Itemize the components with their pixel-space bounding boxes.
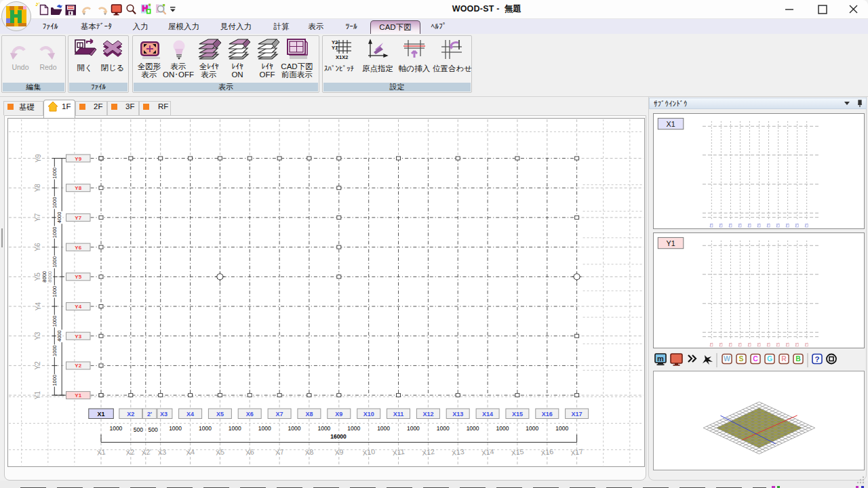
svg-text:Y9: Y9 [75,156,81,162]
svg-text:4000: 4000 [56,330,62,342]
svg-text:X16: X16 [540,447,554,458]
svg-text:X14: X14 [481,447,494,458]
svg-text:1000: 1000 [377,425,390,432]
svg-text:X12: X12 [422,411,433,418]
svg-text:X9: X9 [334,447,344,457]
svg-text:X17: X17 [570,447,584,458]
svg-text:m: m [657,354,664,363]
svg-text:1000: 1000 [317,425,330,432]
svg-text:Y2: Y2 [35,361,42,370]
svg-text:Y1: Y1 [75,392,81,399]
svg-text:X10: X10 [363,411,374,418]
svg-text:X8: X8 [305,411,313,418]
svg-text:S: S [738,354,743,363]
svg-text:1000: 1000 [496,425,509,432]
svg-text:X3: X3 [160,411,167,418]
svg-text:1000: 1000 [52,197,58,209]
svg-text:Y3: Y3 [75,333,81,340]
svg-text:X1: X1 [96,447,106,457]
svg-text:1000: 1000 [52,167,58,179]
svg-text:1000: 1000 [52,316,58,327]
svg-text:Y5: Y5 [75,274,81,280]
svg-text:2': 2' [147,411,152,418]
svg-text:Y8: Y8 [35,184,42,192]
svg-text:X6: X6 [245,447,255,457]
svg-text:X9: X9 [335,411,342,418]
svg-text:Y5: Y5 [35,272,42,281]
svg-text:X5: X5 [215,447,225,457]
svg-text:X5: X5 [216,411,224,418]
svg-text:500: 500 [149,426,158,433]
svg-text:Y3: Y3 [35,331,42,340]
svg-text:1000: 1000 [437,425,450,432]
svg-text:1000: 1000 [169,425,182,432]
svg-text:8000: 8000 [42,271,48,283]
svg-text:X16: X16 [542,411,553,418]
svg-text:1000: 1000 [52,286,58,298]
svg-text:1000: 1000 [199,425,212,432]
svg-text:B: B [795,354,801,363]
svg-text:Y6: Y6 [35,243,42,251]
svg-text:1000: 1000 [347,425,360,432]
svg-text:1000: 1000 [52,256,58,268]
svg-text:1000: 1000 [526,425,538,432]
svg-text:X4: X4 [186,411,194,418]
svg-text:X2': X2' [141,447,152,457]
svg-text:Y8: Y8 [75,185,81,191]
svg-text:1000: 1000 [555,425,568,432]
svg-text:Y9: Y9 [35,154,42,163]
svg-text:Y7: Y7 [75,215,81,221]
svg-text:X3: X3 [157,447,167,457]
svg-text:W: W [724,354,730,363]
svg-text:G: G [767,354,772,363]
svg-text:X11: X11 [393,411,404,418]
svg-text:Y1: Y1 [666,239,675,247]
svg-text:X2: X2 [127,411,134,418]
svg-text:1000: 1000 [52,345,58,357]
svg-text:1000: 1000 [109,425,122,432]
svg-text:1000: 1000 [52,226,58,238]
svg-text:X1X2: X1X2 [336,54,348,60]
svg-text:X13: X13 [451,447,465,458]
svg-text:4000: 4000 [56,212,62,224]
svg-text:16000: 16000 [330,433,347,440]
svg-text:Y6: Y6 [75,245,81,251]
svg-text:X1: X1 [97,411,104,418]
svg-text:1000: 1000 [407,425,420,432]
svg-text:X1: X1 [666,120,675,128]
svg-text:X6: X6 [246,411,254,418]
svg-text:Y4: Y4 [35,302,42,310]
svg-text:Y1: Y1 [35,391,42,400]
svg-text:1000: 1000 [52,375,58,386]
svg-text:X14: X14 [482,411,493,418]
svg-text:Y2: Y2 [75,363,81,369]
svg-text:Y7: Y7 [35,213,42,222]
svg-text:X13: X13 [452,411,463,418]
svg-text:X7: X7 [275,447,285,457]
svg-text:?: ? [814,355,819,363]
svg-text:X12: X12 [421,447,435,458]
svg-text:C: C [753,354,758,363]
svg-text:1000: 1000 [288,425,301,432]
svg-text:X15: X15 [511,447,524,458]
svg-text:1000: 1000 [467,425,479,432]
svg-text:Y4: Y4 [75,304,81,310]
svg-text:X8: X8 [304,447,315,457]
svg-text:X15: X15 [512,411,523,418]
svg-text:1000: 1000 [258,425,271,432]
svg-text:500: 500 [134,426,143,433]
svg-text:1000: 1000 [229,425,241,432]
svg-text:X11: X11 [392,447,406,457]
svg-text:X17: X17 [572,411,583,418]
svg-text:X7: X7 [276,411,283,418]
svg-text:Y1: Y1 [332,45,338,51]
svg-text:X10: X10 [362,447,376,458]
svg-text:X2: X2 [125,447,136,457]
svg-text:R: R [781,354,787,363]
svg-text:X4: X4 [185,447,195,457]
